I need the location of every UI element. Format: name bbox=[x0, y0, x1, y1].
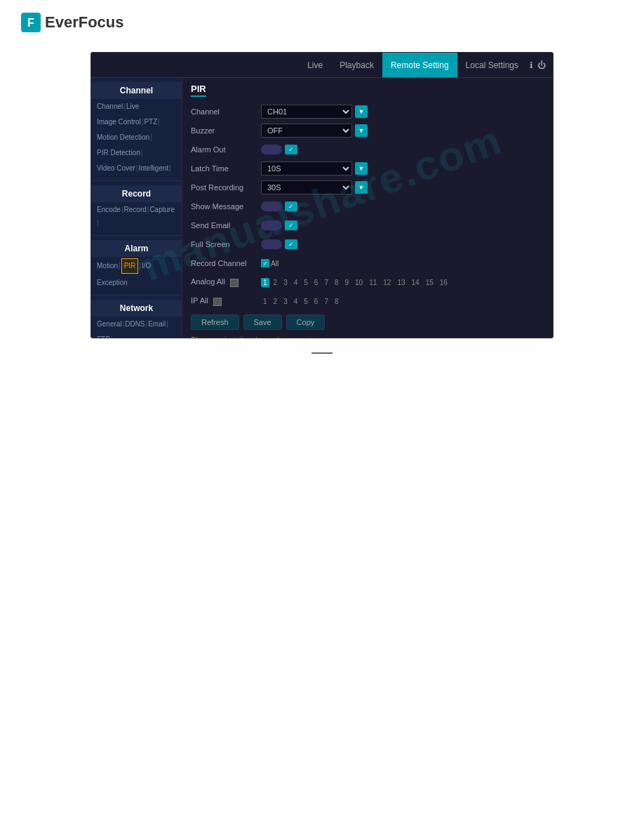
label-full-screen: Full Screen bbox=[191, 240, 261, 249]
analog-ch-7[interactable]: 7 bbox=[322, 278, 330, 287]
analog-ch-6[interactable]: 6 bbox=[312, 278, 321, 287]
form-row-latch-time: Latch Time 10S ▼ bbox=[191, 161, 544, 176]
analog-ch-15[interactable]: 15 bbox=[424, 278, 436, 287]
analog-ch-11[interactable]: 11 bbox=[367, 278, 379, 287]
analog-ch-8[interactable]: 8 bbox=[333, 278, 341, 287]
control-send-email: ✓ bbox=[261, 220, 297, 230]
select-latch-time[interactable]: 10S bbox=[261, 161, 352, 176]
analog-ch-10[interactable]: 10 bbox=[353, 278, 365, 287]
check-full-screen[interactable]: ✓ bbox=[285, 239, 297, 249]
sidebar-link-record[interactable]: Record bbox=[124, 204, 147, 216]
sidebar-section-record: Record Encode | Record | Capture | bbox=[91, 181, 182, 236]
analog-ch-5[interactable]: 5 bbox=[302, 278, 310, 287]
analog-ch-3[interactable]: 3 bbox=[281, 278, 290, 287]
label-buzzer: Buzzer bbox=[191, 126, 261, 135]
toggle-send-email[interactable] bbox=[261, 220, 282, 230]
top-nav: Live Playback Remote Setting Local Setti… bbox=[91, 53, 553, 78]
sidebar-link-encode[interactable]: Encode bbox=[97, 204, 121, 216]
sidebar-link-io[interactable]: I/O bbox=[142, 260, 151, 272]
toggle-full-screen[interactable] bbox=[261, 239, 282, 249]
ip-ch-5[interactable]: 5 bbox=[302, 297, 310, 306]
sidebar-link-channel[interactable]: Channel bbox=[97, 100, 123, 113]
form-row-alarm-out: Alarm Out ✓ bbox=[191, 142, 544, 157]
form-row-record-channel: Record Channel ✓ All bbox=[191, 256, 544, 271]
analog-ch-1[interactable]: 1 bbox=[261, 278, 269, 287]
label-record-channel: Record Channel bbox=[191, 259, 261, 267]
sidebar-link-image-control[interactable]: Image Control bbox=[97, 116, 141, 128]
check-show-message[interactable]: ✓ bbox=[285, 201, 297, 211]
select-latch-btn[interactable]: ▼ bbox=[355, 162, 368, 175]
sidebar-link-ftp[interactable]: FTP bbox=[97, 333, 110, 338]
nav-playback[interactable]: Playback bbox=[331, 53, 382, 77]
sidebar-link-pir-alarm[interactable]: PIR bbox=[121, 258, 139, 274]
sidebar-links-image: Image Control | PTZ | bbox=[91, 114, 182, 130]
sidebar-link-live[interactable]: Live bbox=[126, 100, 139, 113]
ip-ch-4[interactable]: 4 bbox=[292, 297, 300, 306]
sidebar-link-motion[interactable]: Motion bbox=[97, 260, 118, 272]
sidebar-link-exception[interactable]: Exception bbox=[97, 277, 128, 289]
page-breadcrumb: PIR bbox=[191, 84, 206, 97]
control-channel: CH01 ▼ bbox=[261, 105, 368, 119]
label-analog-all: Analog All bbox=[191, 277, 261, 286]
sidebar-section-alarm: Alarm Motion | PIR | I/O Exception bbox=[91, 236, 182, 296]
ip-ch-2[interactable]: 2 bbox=[271, 297, 280, 306]
select-post-recording[interactable]: 30S bbox=[261, 180, 352, 194]
analog-all-checkbox[interactable] bbox=[230, 277, 239, 286]
select-post-btn[interactable]: ▼ bbox=[355, 181, 368, 194]
analog-ch-9[interactable]: 9 bbox=[343, 278, 351, 287]
sidebar-title-network: Network bbox=[91, 300, 182, 317]
sidebar-link-general[interactable]: General bbox=[97, 318, 122, 331]
sidebar-link-intelligent[interactable]: Intelligent bbox=[138, 162, 168, 175]
info-icon[interactable]: ℹ bbox=[530, 60, 533, 70]
sidebar-link-ptz[interactable]: PTZ bbox=[144, 116, 157, 128]
sidebar-link-ddns[interactable]: DDNS bbox=[125, 318, 145, 331]
toggle-alarm-out[interactable] bbox=[261, 145, 282, 154]
sidebar-link-email[interactable]: Email bbox=[148, 318, 166, 331]
power-icon[interactable]: ⏻ bbox=[537, 60, 546, 70]
sidebar-title-record: Record bbox=[91, 185, 182, 202]
sidebar-link-pir-detection[interactable]: PIR Detection bbox=[97, 147, 140, 159]
record-all-label: All bbox=[271, 260, 279, 267]
form-row-show-message: Show Message ✓ bbox=[191, 199, 544, 214]
control-post-recording: 30S ▼ bbox=[261, 180, 368, 194]
checkbox-record-all[interactable]: ✓ bbox=[261, 259, 269, 267]
main-layout: Channel Channel | Live Image Control | P… bbox=[91, 78, 553, 338]
copy-button[interactable]: Copy bbox=[286, 315, 326, 330]
ip-ch-1[interactable]: 1 bbox=[261, 297, 269, 306]
ip-ch-3[interactable]: 3 bbox=[281, 297, 290, 306]
nav-local-settings[interactable]: Local Settings bbox=[457, 53, 527, 77]
select-buzzer-btn[interactable]: ▼ bbox=[355, 124, 368, 137]
analog-ch-13[interactable]: 13 bbox=[395, 278, 407, 287]
select-channel[interactable]: CH01 bbox=[261, 105, 352, 119]
label-send-email: Send Email bbox=[191, 221, 261, 230]
control-record-channel: ✓ All bbox=[261, 259, 279, 267]
analog-ch-12[interactable]: 12 bbox=[381, 278, 393, 287]
ip-all-text: IP All bbox=[191, 296, 208, 305]
refresh-button[interactable]: Refresh bbox=[191, 315, 239, 330]
check-alarm-out[interactable]: ✓ bbox=[285, 145, 297, 154]
sidebar-links-record: Encode | Record | Capture | bbox=[91, 202, 182, 231]
analog-ch-2[interactable]: 2 bbox=[271, 278, 280, 287]
select-buzzer[interactable]: OFF bbox=[261, 124, 352, 138]
sidebar-links-pir: PIR Detection | bbox=[91, 145, 182, 161]
ip-all-checkbox[interactable] bbox=[213, 296, 222, 305]
ip-ch-6[interactable]: 6 bbox=[312, 297, 321, 306]
sidebar-link-capture[interactable]: Capture bbox=[149, 204, 175, 216]
control-full-screen: ✓ bbox=[261, 239, 297, 249]
nav-live[interactable]: Live bbox=[299, 53, 331, 77]
check-send-email[interactable]: ✓ bbox=[285, 220, 297, 230]
analog-ch-16[interactable]: 16 bbox=[438, 278, 450, 287]
analog-ch-14[interactable]: 14 bbox=[410, 278, 422, 287]
ip-ch-8[interactable]: 8 bbox=[333, 297, 341, 306]
sidebar-link-motion-detection[interactable]: Motion Detection bbox=[97, 131, 149, 144]
sidebar-link-video-cover[interactable]: Video Cover bbox=[97, 162, 135, 175]
label-ip-all: IP All bbox=[191, 296, 261, 305]
ip-ch-7[interactable]: 7 bbox=[322, 297, 330, 306]
logo: F EverFocus bbox=[21, 13, 623, 32]
toggle-show-message[interactable] bbox=[261, 201, 282, 211]
analog-ch-4[interactable]: 4 bbox=[292, 278, 300, 287]
select-channel-btn[interactable]: ▼ bbox=[355, 105, 368, 118]
nav-remote-setting[interactable]: Remote Setting bbox=[382, 53, 457, 77]
sidebar-title-channel: Channel bbox=[91, 82, 182, 99]
save-button[interactable]: Save bbox=[243, 315, 282, 330]
